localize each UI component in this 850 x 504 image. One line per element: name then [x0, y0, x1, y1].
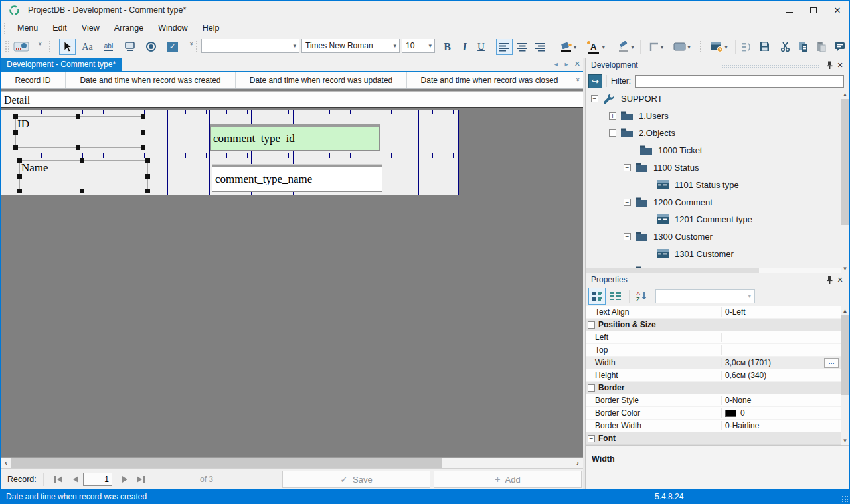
label-tool-button[interactable]: Aa [79, 39, 96, 55]
tree-item-status-type[interactable]: 1101 Status type [586, 176, 849, 193]
design-surface[interactable]: Detail ID c [1, 89, 583, 457]
toolbar-grip[interactable] [195, 40, 199, 54]
previous-record-button[interactable] [68, 472, 83, 487]
tree-item-comment-type[interactable]: 1201 Comment type [586, 210, 849, 228]
menu-grip[interactable] [3, 22, 7, 34]
paste-button[interactable] [813, 39, 829, 55]
toolbar-overflow-chevron-icon[interactable]: » [35, 41, 44, 48]
expand-icon[interactable]: + [609, 112, 616, 120]
selection-handle[interactable] [76, 145, 80, 150]
tree-item-comment[interactable]: − 1200 Comment [586, 193, 849, 210]
property-row-height[interactable]: Height 0,6см (340) [586, 369, 849, 382]
tree-horizontal-scrollbar[interactable] [586, 268, 841, 273]
selection-handle[interactable] [17, 189, 22, 193]
column-header-closed[interactable]: Date and time when record was closed [407, 72, 572, 88]
collapse-icon[interactable]: − [624, 233, 631, 240]
selection-handle[interactable] [141, 145, 145, 150]
name-label[interactable]: Name [19, 160, 148, 191]
property-row-text-align[interactable]: Text Align 0-Left [586, 306, 849, 319]
style-combobox[interactable]: ▾ [201, 39, 299, 53]
selection-handle[interactable] [13, 130, 18, 135]
list-view-button[interactable] [607, 288, 624, 305]
scroll-up-icon[interactable]: ▲ [841, 90, 849, 99]
underline-button[interactable]: U [473, 39, 489, 55]
menu-item-edit[interactable]: Edit [45, 19, 74, 37]
property-row-border-color[interactable]: Border Color 0 [586, 407, 849, 420]
column-header-created[interactable]: Date and time when record was created [66, 72, 236, 88]
selection-handle[interactable] [145, 158, 150, 163]
bold-button[interactable]: B [439, 39, 456, 55]
selection-handle[interactable] [13, 114, 18, 119]
insert-image-button[interactable] [13, 39, 30, 55]
property-category-border[interactable]: − Border [586, 382, 849, 394]
comments-button[interactable] [831, 39, 848, 55]
scrollbar-thumb[interactable] [586, 268, 759, 273]
scroll-right-icon[interactable]: › [572, 458, 583, 468]
selection-handle[interactable] [13, 145, 18, 150]
toolbar-grip[interactable] [5, 40, 9, 54]
scroll-left-icon[interactable]: ‹ [1, 458, 11, 468]
collapse-icon[interactable]: − [591, 95, 598, 102]
toolbar-grip[interactable] [699, 40, 703, 54]
collapse-icon[interactable]: − [624, 199, 631, 206]
next-record-button[interactable] [118, 472, 132, 487]
column-header-updated[interactable]: Date and time when record was updated [236, 72, 407, 88]
align-right-button[interactable] [531, 39, 548, 55]
comment-type-id-field[interactable]: comment_type_id [210, 124, 380, 151]
collapse-icon[interactable]: − [588, 321, 595, 329]
menu-item-window[interactable]: Window [151, 19, 195, 37]
selection-handle[interactable] [145, 174, 150, 179]
navigate-button[interactable]: ↪ [588, 74, 602, 88]
border-lines-button[interactable]: ▾ [643, 39, 669, 55]
minimize-button[interactable] [778, 1, 802, 19]
selection-handle[interactable] [80, 189, 84, 193]
property-row-border-style[interactable]: Border Style 0-None [586, 394, 849, 407]
collapse-icon[interactable]: − [624, 164, 631, 171]
radiobutton-tool-button[interactable] [143, 39, 159, 55]
tree-item-objects[interactable]: − 2.Objects [586, 124, 849, 141]
selection-handle[interactable] [17, 158, 22, 163]
selection-handle[interactable] [80, 158, 84, 163]
tab-scroll-right-icon[interactable]: ► [564, 61, 570, 68]
italic-button[interactable]: I [456, 39, 473, 55]
checkbox-tool-button[interactable]: ✓ [164, 39, 181, 55]
tree-item-status[interactable]: − 1100 Status [586, 159, 849, 176]
scrollbar-thumb[interactable] [11, 458, 442, 468]
add-record-button[interactable]: + Add [434, 471, 582, 488]
font-family-combobox[interactable]: Times New Roman ▾ [301, 39, 400, 53]
align-center-button[interactable] [514, 39, 531, 55]
structure-view-button[interactable] [738, 39, 754, 55]
property-row-top[interactable]: Top [586, 344, 849, 357]
fill-color-button[interactable]: ▾ [556, 39, 581, 55]
property-object-combobox[interactable]: ▾ [655, 289, 755, 303]
sort-alphabetical-button[interactable]: A Z [633, 288, 650, 305]
tab-close-icon[interactable]: ✕ [574, 60, 580, 68]
pin-icon[interactable] [824, 60, 835, 70]
save-button[interactable] [756, 39, 773, 55]
pin-icon[interactable] [824, 274, 835, 285]
selection-handle[interactable] [145, 189, 150, 193]
copy-button[interactable] [795, 39, 811, 55]
tree-item-ticket[interactable]: 1000 Ticket [586, 141, 849, 159]
collapse-icon[interactable]: − [588, 384, 595, 392]
toolbar-grip[interactable] [48, 40, 52, 54]
close-panel-icon[interactable]: ✕ [835, 274, 845, 285]
record-number-input[interactable] [83, 473, 112, 486]
tree-item-customer[interactable]: 1301 Customer [586, 245, 849, 262]
horizontal-scrollbar[interactable]: ‹ › [1, 457, 583, 468]
maximize-button[interactable] [802, 1, 825, 19]
menu-item-menu[interactable]: Menu [10, 19, 45, 37]
filter-input[interactable] [635, 75, 844, 88]
comment-type-name-field[interactable]: comment_type_name [212, 165, 382, 192]
button-tool-button[interactable] [122, 39, 138, 55]
selection-handle[interactable] [141, 130, 145, 135]
tab-development-comment-type[interactable]: Development - Comment type* [1, 58, 122, 71]
highlight-button[interactable]: ▾ [614, 39, 638, 55]
id-label[interactable]: ID [15, 116, 143, 148]
properties-scrollbar[interactable]: ▲ ▼ [841, 306, 849, 445]
first-record-button[interactable] [51, 472, 66, 487]
close-button[interactable]: ✕ [825, 1, 849, 19]
ellipsis-button[interactable]: ... [824, 358, 839, 368]
property-category-font[interactable]: − Font [586, 432, 849, 445]
design-grid[interactable]: ID comment_type_id Name [1, 110, 459, 195]
